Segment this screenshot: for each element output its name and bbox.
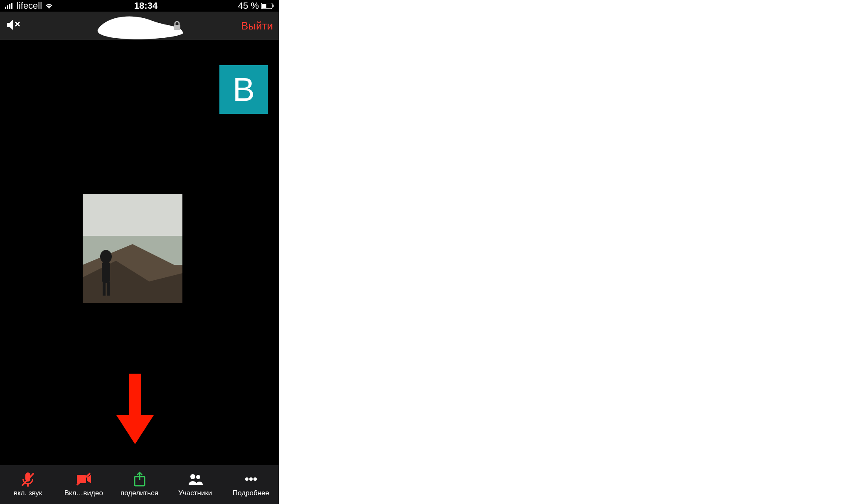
- more-label: Подробнее: [233, 489, 269, 497]
- share-button[interactable]: поделиться: [111, 471, 167, 497]
- svg-rect-0: [5, 7, 6, 9]
- share-label: поделиться: [121, 489, 158, 497]
- participants-label: Участники: [178, 489, 212, 497]
- more-button[interactable]: Подробнее: [223, 471, 279, 497]
- svg-marker-15: [116, 415, 154, 444]
- svg-point-21: [190, 474, 195, 479]
- wifi-icon: [44, 0, 54, 11]
- meeting-toolbar: вкл. звук Вкл…видео поделиться Участники…: [0, 465, 279, 504]
- svg-point-25: [253, 477, 257, 481]
- toggle-video-label: Вкл…видео: [64, 489, 103, 497]
- participant-avatar: B: [219, 65, 268, 114]
- svg-rect-12: [103, 282, 106, 296]
- status-bar: lifecell 18:34 45 %: [0, 0, 279, 12]
- svg-rect-14: [129, 374, 141, 419]
- battery-pct: 45 %: [238, 0, 259, 11]
- self-video-thumbnail[interactable]: [83, 194, 182, 303]
- meeting-title-redacted: [94, 12, 185, 39]
- svg-point-24: [249, 477, 253, 481]
- speaker-off-icon[interactable]: [6, 19, 21, 33]
- svg-point-23: [245, 477, 248, 481]
- toggle-audio-button[interactable]: вкл. звук: [0, 471, 56, 497]
- panel-zoom-main: lifecell 18:34 45 % Выйти B: [0, 0, 279, 504]
- svg-rect-6: [273, 5, 274, 7]
- svg-point-22: [196, 475, 200, 479]
- svg-rect-7: [174, 25, 180, 30]
- clock: 18:34: [134, 0, 157, 11]
- svg-rect-5: [262, 4, 266, 8]
- svg-rect-2: [9, 4, 10, 9]
- svg-point-10: [100, 250, 112, 263]
- annotation-arrow-down: [116, 374, 154, 444]
- carrier-label: lifecell: [17, 0, 42, 11]
- svg-rect-1: [7, 5, 8, 9]
- svg-rect-13: [107, 282, 110, 296]
- participants-button[interactable]: Участники: [167, 471, 223, 497]
- svg-rect-3: [11, 3, 12, 9]
- leave-button[interactable]: Выйти: [241, 20, 273, 32]
- toggle-video-button[interactable]: Вкл…видео: [56, 471, 111, 497]
- signal-icon: [5, 0, 14, 11]
- battery-icon: [261, 0, 274, 11]
- svg-rect-11: [102, 262, 110, 283]
- toggle-audio-label: вкл. звук: [14, 489, 42, 497]
- meeting-header: Выйти: [0, 12, 279, 40]
- lock-icon: [173, 21, 181, 32]
